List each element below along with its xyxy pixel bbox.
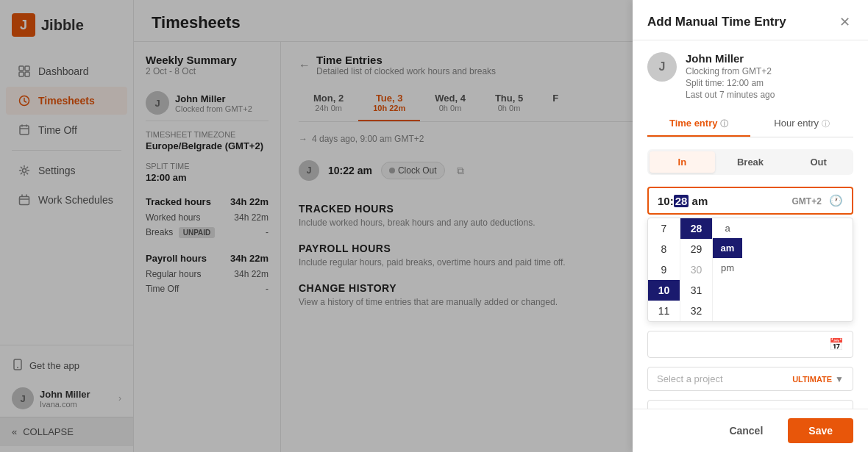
note-area[interactable]: Add a note (647, 400, 853, 409)
ampm-am[interactable]: am (713, 238, 742, 258)
time-input-row: 10:28 am GMT+2 🕐 (647, 187, 853, 215)
clock-break-button[interactable]: Break (718, 151, 783, 173)
minutes-picker-col: 28 29 30 31 32 (680, 218, 713, 321)
modal-user-info: J John Miller Clocking from GMT+2 Split … (647, 52, 853, 100)
minute-32[interactable]: 32 (680, 301, 712, 321)
cancel-button[interactable]: Cancel (711, 418, 780, 443)
modal-header: Add Manual Time Entry ✕ (633, 0, 868, 40)
modal-close-button[interactable]: ✕ (836, 13, 853, 31)
hour-entry-info-icon: ⓘ (822, 119, 830, 128)
modal-user-name: John Miller (686, 52, 775, 65)
hour-9[interactable]: 9 (648, 259, 680, 280)
time-tz-label: GMT+2 (791, 196, 821, 207)
dropdown-arrow-icon: ▼ (835, 374, 844, 384)
ampm-a[interactable]: a (713, 218, 742, 238)
minute-29[interactable]: 29 (680, 239, 712, 259)
hour-8[interactable]: 8 (648, 239, 680, 259)
calendar-icon: 📅 (829, 337, 844, 351)
save-button[interactable]: Save (788, 418, 853, 443)
clock-in-button[interactable]: In (650, 151, 715, 173)
date-picker-row[interactable]: 📅 (647, 331, 853, 358)
modal-user-details: John Miller Clocking from GMT+2 Split ti… (686, 52, 775, 100)
minute-30[interactable]: 30 (680, 259, 712, 280)
minute-28[interactable]: 28 (680, 218, 712, 239)
entry-type-tabs: Time entry ⓘ Hour entry ⓘ (647, 112, 853, 137)
ampm-pm[interactable]: pm (713, 258, 742, 278)
modal-user-split: Split time: 12:00 am (686, 78, 775, 88)
hour-7[interactable]: 7 (648, 218, 680, 239)
hour-11[interactable]: 11 (648, 301, 680, 321)
modal-user-avatar: J (647, 52, 677, 82)
minute-31[interactable]: 31 (680, 280, 712, 301)
ampm-picker-col: a am pm (713, 218, 742, 321)
project-placeholder: Select a project (657, 373, 792, 384)
time-input-field[interactable]: 10:28 am GMT+2 🕐 (647, 187, 853, 215)
time-input-value: 10:28 am (658, 195, 708, 207)
modal-panel: Add Manual Time Entry ✕ J John Miller Cl… (633, 0, 868, 452)
ultimate-badge: ULTIMATE (792, 375, 832, 384)
time-entry-tab[interactable]: Time entry ⓘ (647, 112, 750, 137)
clock-icon[interactable]: 🕐 (829, 194, 843, 207)
hour-10[interactable]: 10 (648, 280, 680, 301)
modal-user-clocking: Clocking from GMT+2 (686, 66, 775, 76)
hours-picker-col: 7 8 9 10 11 (648, 218, 680, 321)
project-selector-row[interactable]: Select a project ULTIMATE ▼ (647, 367, 853, 391)
time-picker-dropdown: 7 8 9 10 11 28 29 30 31 32 a am pm (647, 218, 853, 322)
clock-out-modal-button[interactable]: Out (786, 151, 851, 173)
modal-title: Add Manual Time Entry (647, 15, 786, 29)
clock-type-buttons: In Break Out (647, 149, 853, 175)
hour-entry-tab[interactable]: Hour entry ⓘ (750, 112, 853, 137)
time-entry-info-icon: ⓘ (720, 119, 728, 128)
modal-user-last-out: Last out 7 minutes ago (686, 90, 775, 100)
modal-body: J John Miller Clocking from GMT+2 Split … (633, 40, 868, 409)
modal-footer: Cancel Save (633, 409, 868, 452)
